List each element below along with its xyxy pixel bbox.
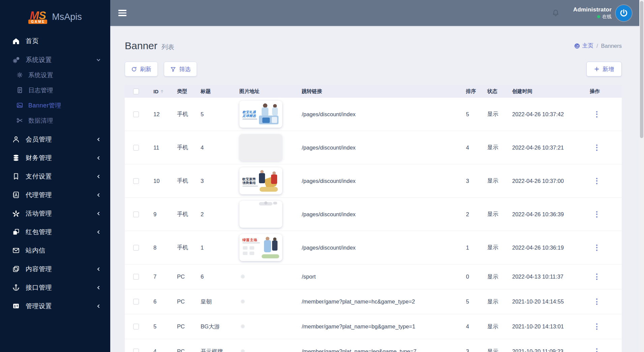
bookmark-icon: [12, 172, 20, 180]
cell-created: 2021-10-20 14:13:01: [512, 323, 590, 330]
table-row: 8 手机 1 绿茵主场: [125, 231, 622, 264]
sidebar-item-interfaces[interactable]: 接口管理: [0, 278, 110, 297]
address-book-icon: [12, 191, 20, 199]
sidebar-item-agents[interactable]: 代理管理: [0, 186, 110, 204]
row-checkbox[interactable]: [133, 324, 139, 329]
broken-image-icon: [241, 324, 245, 328]
cell-created: 2021-10-20 14:14:55: [512, 298, 590, 305]
sidebar-item-red-packets[interactable]: 红包管理: [0, 223, 110, 241]
cell-id: 5: [148, 323, 177, 330]
topbar: Administrator 在线: [110, 0, 639, 26]
cell-title: 5: [201, 111, 239, 118]
row-actions-menu[interactable]: [594, 211, 600, 218]
banner-table: ID 类型 标题 图片地址 跳转链接 排序 状态 创建时间 操作 12 手机 5: [125, 85, 622, 352]
cell-title: 开元棋牌: [201, 348, 239, 352]
breadcrumb-home-label: 主页: [582, 42, 593, 50]
chevron-left-icon: [96, 285, 101, 290]
row-checkbox[interactable]: [133, 145, 139, 151]
notifications-bell-icon[interactable]: [552, 9, 560, 18]
envelope-icon: [12, 247, 20, 254]
sidebar-item-content[interactable]: 内容管理: [0, 260, 110, 278]
row-actions-menu[interactable]: [594, 298, 600, 305]
sidebar-item-label: 数据清理: [28, 117, 53, 125]
online-dot: [597, 15, 600, 18]
column-header-created: 创建时间: [512, 88, 590, 95]
sidebar-item-finance[interactable]: 财务管理: [0, 149, 110, 167]
breadcrumb-home-link[interactable]: 主页: [574, 42, 593, 50]
row-actions-menu[interactable]: [594, 274, 600, 280]
sidebar-subitem-system-settings[interactable]: 系统设置: [0, 67, 110, 83]
cell-status: 显示: [487, 110, 512, 118]
cell-created: 2022-04-26 10:37:42: [512, 111, 590, 118]
cell-created: 2022-04-26 10:37:00: [512, 178, 590, 184]
column-header-id[interactable]: ID: [148, 89, 177, 94]
filter-button[interactable]: 筛选: [164, 62, 197, 76]
scissors-icon: [16, 117, 23, 124]
sidebar-toggle-button[interactable]: [118, 8, 126, 17]
sidebar-item-activities[interactable]: 活动管理: [0, 204, 110, 223]
sidebar-nav: 首页 系统设置 系统设置: [0, 34, 110, 315]
cell-sort: 1: [466, 245, 487, 251]
cell-link: /pages/discount/index: [302, 111, 466, 118]
plus-icon: [594, 66, 599, 72]
sidebar-item-system-settings[interactable]: 系统设置: [0, 53, 110, 67]
filter-funnel-icon: [170, 66, 176, 72]
cell-created: 2022-04-26 10:36:39: [512, 211, 590, 218]
user-icon: [12, 135, 20, 143]
document-icon: [16, 87, 23, 94]
scrollbar-thumb[interactable]: [640, 1, 643, 138]
add-button[interactable]: 新增: [586, 62, 622, 76]
sidebar-item-messages[interactable]: 站内信: [0, 241, 110, 260]
sidebar-item-home[interactable]: 首页: [0, 34, 110, 49]
breadcrumb-current: Banners: [601, 43, 622, 49]
row-checkbox[interactable]: [133, 178, 139, 184]
sidebar-item-payment[interactable]: 支付设置: [0, 167, 110, 186]
sidebar-subitem-banner-management[interactable]: Banner管理: [0, 98, 110, 113]
refresh-button[interactable]: 刷新: [125, 62, 158, 76]
sidebar-item-label: 代理管理: [26, 191, 52, 199]
sidebar-item-members[interactable]: 会员管理: [0, 130, 110, 149]
broken-image-icon: [241, 299, 245, 303]
table-row: 6 PC 皇朝 /member/game?plat_name=hc&game_t…: [125, 289, 622, 314]
cell-title: 3: [201, 178, 239, 184]
sidebar-subitem-data-cleanup[interactable]: 数据清理: [0, 113, 110, 128]
broken-image-icon: [241, 349, 245, 352]
brand-logo[interactable]: MS GAME MsApis: [0, 0, 110, 34]
gears-icon: [12, 56, 20, 64]
select-all-checkbox[interactable]: [133, 89, 139, 94]
row-actions-menu[interactable]: [594, 323, 600, 330]
row-checkbox[interactable]: [133, 245, 139, 251]
cell-sort: 3: [466, 348, 487, 352]
row-actions-menu[interactable]: [594, 145, 600, 151]
toolbar-left: 刷新 筛选: [125, 62, 197, 76]
row-checkbox[interactable]: [133, 299, 139, 305]
sidebar-item-label: 活动管理: [26, 209, 52, 218]
row-actions-menu[interactable]: [594, 348, 600, 352]
cell-created: 2022-04-26 10:37:21: [512, 145, 590, 151]
column-header-actions: 操作: [590, 88, 622, 95]
cell-title: 6: [201, 274, 239, 280]
burst-icon: [12, 210, 20, 217]
cell-sort: 3: [466, 178, 487, 184]
avatar[interactable]: [616, 5, 632, 21]
row-checkbox[interactable]: [133, 349, 139, 352]
banner-thumbnail-empty: [239, 134, 282, 161]
power-icon: [619, 8, 628, 18]
table-row: 7 PC 6 /sport 0 显示 2022-04-13 10:11:37: [125, 264, 622, 289]
row-actions-menu[interactable]: [594, 245, 600, 251]
cell-status: 显示: [487, 273, 512, 281]
cell-type: 手机: [177, 144, 201, 151]
row-checkbox[interactable]: [133, 212, 139, 217]
sidebar-subitem-log-management[interactable]: 日志管理: [0, 83, 110, 98]
cell-sort: 0: [466, 274, 487, 280]
cell-id: 4: [148, 348, 177, 352]
cell-type: PC: [177, 348, 201, 352]
cell-link: /member/game?plat_name=bg&game_type=1: [302, 323, 466, 330]
row-checkbox[interactable]: [133, 111, 139, 117]
sidebar-item-admin-settings[interactable]: 管理设置: [0, 297, 110, 315]
cell-sort: 5: [466, 111, 487, 118]
row-checkbox[interactable]: [133, 274, 139, 280]
row-actions-menu[interactable]: [594, 111, 600, 118]
row-actions-menu[interactable]: [594, 178, 600, 184]
main-content: Banner 列表 主页 / Banners: [110, 26, 639, 352]
